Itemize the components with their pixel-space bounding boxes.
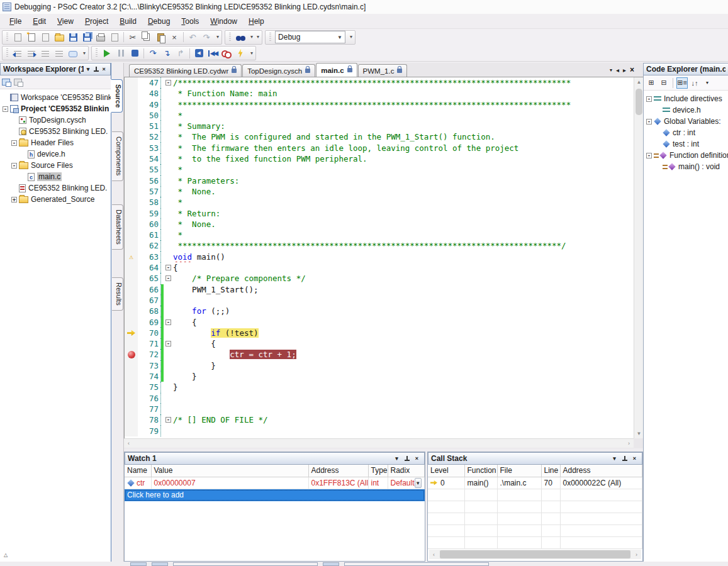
close-document-icon[interactable]: × <box>630 65 634 74</box>
sort-icon[interactable]: ↓↑ <box>689 77 700 89</box>
code-line[interactable]: 50 * <box>125 110 634 121</box>
menu-view[interactable]: View <box>52 15 79 28</box>
scroll-left-icon[interactable]: ‹ <box>429 550 439 559</box>
reset-button[interactable]: ◄ <box>193 47 205 60</box>
pin-icon[interactable] <box>620 454 629 463</box>
watch-column-value[interactable]: Value <box>151 465 308 477</box>
menu-build[interactable]: Build <box>114 15 142 28</box>
workspace-item-header-files[interactable]: -Header Files <box>0 137 111 148</box>
breakpoint-margin[interactable] <box>125 208 138 219</box>
fold-margin[interactable] <box>164 240 173 251</box>
side-tab-results[interactable]: Results <box>112 277 123 311</box>
pin-icon[interactable] <box>402 454 412 463</box>
breakpoint-margin[interactable] <box>125 175 138 186</box>
breakpoint-margin[interactable] <box>125 121 138 131</box>
fold-margin[interactable] <box>164 328 173 338</box>
group-view-icon[interactable]: ⊞≡ <box>676 77 688 89</box>
watch-row[interactable]: ctr0x000000070x1FFF813C (All)intDefault▼ <box>125 477 425 489</box>
fold-margin[interactable] <box>164 360 173 371</box>
breakpoint-margin[interactable] <box>125 382 138 392</box>
tree-expander-icon[interactable]: - <box>3 106 8 112</box>
close-icon[interactable]: × <box>630 454 639 463</box>
watch-name-cell[interactable]: ctr <box>125 477 151 489</box>
find-button[interactable] <box>234 31 247 43</box>
breakpoint-margin[interactable] <box>125 426 138 436</box>
scroll-tabs-right-icon[interactable]: ▸ <box>623 67 626 74</box>
code-line[interactable]: 56 * Parameters: <box>125 175 634 186</box>
cut-button[interactable]: ✂ <box>126 31 139 43</box>
copy-button[interactable] <box>140 31 153 43</box>
tree-expander-icon[interactable]: - <box>646 153 652 158</box>
fold-margin[interactable] <box>164 371 173 382</box>
document-tab-topdesign-cysch[interactable]: TopDesign.cysch <box>242 64 315 77</box>
code-line[interactable]: 73 } <box>125 360 634 371</box>
breakpoint-margin[interactable] <box>125 77 138 88</box>
expand-all-icon[interactable]: ⊞ <box>646 77 657 89</box>
code-line[interactable]: 78-/* [] END OF FILE */ <box>125 414 634 425</box>
document-tab-main-c[interactable]: main.c <box>316 63 357 77</box>
fold-margin[interactable] <box>164 175 173 186</box>
menu-tools[interactable]: Tools <box>176 15 204 28</box>
code-line[interactable]: 76 <box>125 393 634 404</box>
breakpoint-margin[interactable] <box>125 219 138 230</box>
workspace-item-workspace-ce95352-blinking[interactable]: Workspace 'CE95352 Blinking <box>0 92 111 103</box>
breakpoint-margin[interactable] <box>125 295 138 306</box>
panel-menu-icon[interactable]: ▾ <box>610 454 619 463</box>
radix-dropdown-icon[interactable]: ▼ <box>415 478 422 488</box>
menu-file[interactable]: File <box>4 15 27 28</box>
breakpoint-margin[interactable] <box>125 262 138 273</box>
code-line[interactable]: 70 if (!test) <box>125 328 634 338</box>
paste-button[interactable] <box>154 31 167 43</box>
undo-button[interactable]: ↶ <box>186 31 199 43</box>
expand-all-icon[interactable] <box>14 79 22 86</box>
menu-edit[interactable]: Edit <box>27 15 52 28</box>
decrease-indent-button[interactable] <box>11 47 24 60</box>
close-icon[interactable]: × <box>100 65 108 74</box>
fold-margin[interactable] <box>164 426 173 436</box>
debug-target-combobox[interactable]: Debug ▼ <box>275 31 345 43</box>
menu-project[interactable]: Project <box>79 15 114 28</box>
toolbar-overflow-icon[interactable]: ▾ <box>216 34 220 40</box>
breakpoint-margin[interactable] <box>125 197 138 208</box>
code-line[interactable]: 67 <box>125 295 634 306</box>
fold-margin[interactable] <box>164 131 173 142</box>
toolbar-overflow-icon[interactable]: ▾ <box>256 34 260 40</box>
fold-margin[interactable] <box>164 306 173 316</box>
fold-toggle-icon[interactable]: - <box>165 319 171 325</box>
properties-button[interactable] <box>11 31 24 43</box>
code-line[interactable]: 72 ctr = ctr + 1; <box>125 349 634 360</box>
scroll-left-icon[interactable]: ‹ <box>124 439 133 448</box>
breakpoint-margin[interactable] <box>125 230 138 240</box>
watch-add-row[interactable]: Click here to add <box>125 489 425 501</box>
code-explorer-item-include-directives[interactable]: -Include directives <box>644 93 728 104</box>
fold-margin[interactable] <box>164 197 173 208</box>
fold-margin[interactable]: - <box>164 338 173 349</box>
call-stack-column-address[interactable]: Address <box>560 465 642 477</box>
watch-column-address[interactable]: Address <box>308 465 368 477</box>
redo-button[interactable]: ↷ <box>200 31 213 43</box>
breakpoint-margin[interactable] <box>125 393 138 404</box>
workspace-item-ce95352-blinking-led-[interactable]: CE95352 Blinking LED. <box>0 126 111 137</box>
tree-expander-icon[interactable]: - <box>646 96 652 102</box>
breakpoint-margin[interactable] <box>125 306 138 316</box>
breakpoint-margin[interactable] <box>125 110 138 121</box>
open-button[interactable] <box>53 31 65 43</box>
fold-margin[interactable] <box>164 284 173 295</box>
scrollbar-thumb[interactable] <box>636 89 642 115</box>
fold-margin[interactable] <box>164 382 173 392</box>
rewind-button[interactable]: ◀◀ <box>206 47 219 60</box>
code-line[interactable]: 51 * Summary: <box>125 121 634 131</box>
scrollbar-thumb[interactable] <box>440 550 630 558</box>
breakpoint-margin[interactable] <box>125 273 138 284</box>
code-line[interactable]: 68 for (;;) <box>125 306 634 316</box>
code-explorer-item-test-int[interactable]: test : int <box>644 138 728 150</box>
code-editor[interactable]: 47-/************************************… <box>124 77 634 438</box>
tree-expander-icon[interactable]: - <box>11 163 17 169</box>
breakpoint-margin[interactable] <box>125 88 138 99</box>
step-into-button[interactable]: ↴ <box>160 47 173 60</box>
fold-toggle-icon[interactable]: - <box>165 341 171 347</box>
sort-dropdown-icon[interactable]: ▾ <box>702 77 713 89</box>
chevron-down-icon[interactable]: ▼ <box>337 35 342 40</box>
code-line[interactable]: ⚠63void main() <box>125 252 634 262</box>
workspace-item-project-ce95352-blinkin[interactable]: -Project 'CE95352 Blinkin <box>0 103 111 114</box>
